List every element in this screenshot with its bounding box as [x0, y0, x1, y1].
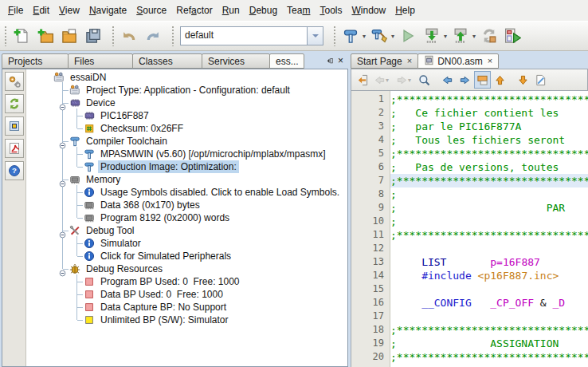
- tree-row-program-bp-used-0-free-1000[interactable]: Program BP Used: 0 Free: 1000: [26, 275, 347, 288]
- line-number[interactable]: 15: [351, 282, 384, 296]
- tab-start-page[interactable]: Start Page×: [351, 53, 418, 69]
- new-project-button[interactable]: [34, 25, 57, 47]
- back-button[interactable]: ▾: [371, 71, 393, 89]
- code-line-3[interactable]: ; par le PIC16F877A: [390, 120, 588, 133]
- tree-expand-handle[interactable]: [59, 176, 66, 191]
- sidebar-button-pdf-export[interactable]: [5, 139, 24, 158]
- line-number[interactable]: 12: [351, 242, 384, 255]
- tree-row-debug-resources[interactable]: Debug Resources: [26, 262, 347, 275]
- code-line-5[interactable]: ;***************************************…: [390, 147, 588, 160]
- tree-row-data-capture-bp-no-support[interactable]: Data Capture BP: No Support: [26, 301, 347, 314]
- menu-file[interactable]: File: [3, 2, 28, 19]
- tree-row-unlimited-bp-s-w-simulator[interactable]: Unlimited BP (S/W): Simulator: [26, 314, 347, 326]
- close-tab-button[interactable]: ×: [488, 57, 492, 65]
- tree-row-pic16f887[interactable]: PIC16F887: [26, 109, 347, 122]
- sidebar-button-breakpoint-square[interactable]: [5, 116, 24, 136]
- new-file-button[interactable]: [10, 25, 33, 47]
- menu-refactor[interactable]: Refactor: [171, 2, 217, 19]
- line-number[interactable]: 19: [351, 337, 384, 350]
- menu-team[interactable]: Team: [282, 2, 315, 19]
- line-number[interactable]: 13: [351, 255, 384, 269]
- code-area[interactable]: ;***************************************…: [390, 91, 588, 367]
- next-match-button[interactable]: [457, 71, 473, 89]
- line-number[interactable]: 5: [351, 147, 384, 160]
- project-dashboard-tree[interactable]: essaiDNProject Type: Application - Confi…: [26, 69, 347, 366]
- sidebar-button-refresh[interactable]: [5, 94, 24, 113]
- code-line-17[interactable]: [390, 310, 588, 323]
- sidebar-button-help[interactable]: ?: [5, 161, 24, 180]
- menu-help[interactable]: Help: [390, 2, 420, 19]
- line-number-gutter[interactable]: 1234567891011121314151617181920: [351, 91, 390, 367]
- toggle-comment-button[interactable]: [532, 71, 549, 89]
- refresh-button[interactable]: [478, 25, 500, 47]
- read-device-button[interactable]: [449, 25, 472, 47]
- line-number[interactable]: 14: [351, 269, 384, 282]
- tab-projects[interactable]: Projects: [2, 53, 69, 69]
- line-number[interactable]: 18: [351, 323, 384, 337]
- code-line-11[interactable]: ;***************************************…: [390, 228, 588, 242]
- code-line-13[interactable]: LIST p=16F887: [390, 255, 588, 269]
- clean-build-button[interactable]: [368, 25, 390, 47]
- tree-expand-handle[interactable]: [59, 100, 66, 114]
- tab-ess[interactable]: ess...: [269, 53, 304, 69]
- code-line-9[interactable]: ; PAR: [390, 201, 588, 215]
- code-line-19[interactable]: ; ASSIGNATION: [390, 337, 588, 350]
- forward-dropdown-arrow[interactable]: ▾: [408, 77, 411, 84]
- back-dropdown-arrow[interactable]: ▾: [386, 77, 389, 84]
- line-number[interactable]: 11: [351, 228, 384, 242]
- previous-occurrence-button[interactable]: [492, 71, 508, 89]
- menu-tools[interactable]: Tools: [315, 2, 347, 19]
- run-button[interactable]: [397, 25, 419, 47]
- line-number[interactable]: 10: [351, 215, 384, 228]
- code-line-18[interactable]: ;***************************************…: [390, 323, 588, 337]
- find-selection-button[interactable]: [416, 71, 433, 89]
- tree-row-memory[interactable]: Memory: [26, 173, 347, 186]
- line-number[interactable]: 7: [351, 174, 384, 187]
- tree-row-essaidn[interactable]: essaiDN: [26, 71, 347, 84]
- previous-match-button[interactable]: [439, 71, 456, 89]
- read-device-dropdown-arrow[interactable]: ▾: [472, 33, 476, 40]
- menu-source[interactable]: Source: [131, 2, 171, 19]
- build-dropdown-arrow[interactable]: ▾: [363, 33, 366, 40]
- code-line-4[interactable]: ; Tous les fichiers seront: [390, 133, 588, 147]
- tree-expand-handle[interactable]: [59, 266, 66, 280]
- code-line-10[interactable]: ;: [390, 215, 588, 228]
- tree-row-simulator[interactable]: Simulator: [26, 237, 347, 250]
- line-number[interactable]: 9: [351, 201, 384, 215]
- undo-button[interactable]: [118, 25, 140, 47]
- line-number[interactable]: 20: [351, 350, 384, 364]
- tree-row-data-bp-used-0-free-1000[interactable]: Data BP Used: 0 Free: 1000: [26, 288, 347, 301]
- code-line-20[interactable]: ;***************************************…: [390, 350, 588, 364]
- save-all-button[interactable]: [82, 25, 104, 47]
- combobox-dropdown-arrow[interactable]: [307, 27, 323, 45]
- tree-row-project-type-application-configuration-d[interactable]: Project Type: Application - Configuratio…: [26, 84, 347, 97]
- close-tab-button[interactable]: ×: [407, 57, 412, 65]
- program-device-button[interactable]: [421, 25, 443, 47]
- tree-row-device[interactable]: Device: [26, 97, 347, 109]
- line-number[interactable]: 1: [351, 93, 384, 106]
- clean-build-dropdown-arrow[interactable]: ▾: [391, 33, 394, 40]
- tree-row-production-image-optimization[interactable]: Production Image: Optimization:: [26, 160, 347, 173]
- toggle-highlight-button[interactable]: [474, 71, 491, 89]
- tab-services[interactable]: Services: [202, 53, 270, 69]
- menu-view[interactable]: View: [54, 2, 84, 19]
- code-line-8[interactable]: ;: [390, 187, 588, 201]
- line-number[interactable]: 16: [351, 296, 384, 310]
- next-occurrence-button[interactable]: [515, 71, 531, 89]
- close-button[interactable]: ×: [338, 55, 343, 66]
- line-number[interactable]: 3: [351, 120, 384, 133]
- menu-run[interactable]: Run: [218, 2, 245, 19]
- tree-expand-handle[interactable]: [59, 138, 66, 152]
- last-edit-button[interactable]: [354, 71, 370, 89]
- code-line-16[interactable]: __CONFIG _CP_OFF & _D: [390, 296, 588, 310]
- tree-row-usage-symbols-disabled-click-to-enable-l[interactable]: Usage Symbols disabled. Click to enable …: [26, 186, 347, 199]
- code-line-7[interactable]: ;***************************************…: [390, 174, 588, 187]
- code-line-6[interactable]: ; Pas de versions, toutes: [390, 160, 588, 174]
- menu-edit[interactable]: Edit: [28, 2, 54, 19]
- line-number[interactable]: 2: [351, 106, 384, 120]
- tree-row-debug-tool[interactable]: Debug Tool: [26, 224, 347, 237]
- tab-files[interactable]: Files: [68, 53, 133, 69]
- tab-dn00-asm[interactable]: DN00.asm×: [417, 53, 499, 69]
- tree-row-program-8192-0x2000-words[interactable]: Program 8192 (0x2000) words: [26, 211, 347, 224]
- menu-window[interactable]: Window: [347, 2, 390, 19]
